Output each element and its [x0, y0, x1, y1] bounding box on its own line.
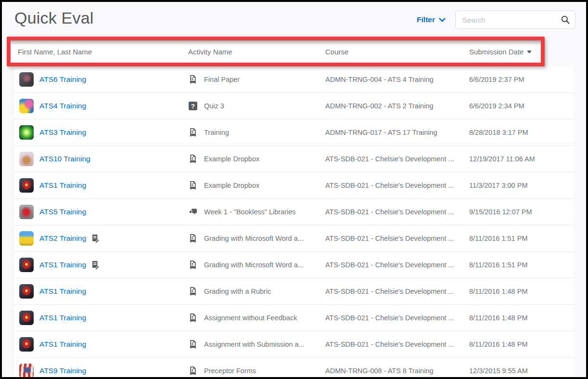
student-link[interactable]: ATS1 Training	[39, 287, 86, 296]
activity-name: Assignment with Submission a...	[204, 340, 305, 348]
column-header-activity[interactable]: Activity Name	[188, 48, 325, 56]
chevron-down-icon	[439, 18, 446, 22]
student-link[interactable]: ATS2 Training	[39, 234, 86, 243]
assignment-icon	[188, 128, 198, 137]
page-title: Quick Eval	[14, 9, 94, 27]
submission-date: 8/11/2016 1:51 PM	[469, 261, 574, 269]
activity-cell: Assignment with Submission a...	[188, 340, 325, 349]
top-bar: Quick Eval Filter	[2, 2, 586, 29]
student-link[interactable]: ATS10 Training	[39, 155, 90, 163]
table-row: ATS10 Training Example Dropbox ATS-SDB-0…	[14, 146, 574, 172]
avatar	[19, 337, 34, 352]
course-name: ATS-SDB-021 - Chelsie's Development ...	[325, 155, 469, 163]
activity-name: Preceptor Forms	[204, 367, 256, 375]
avatar	[19, 231, 34, 246]
submission-date: 12/19/2017 11:06 AM	[469, 155, 574, 163]
quiz-icon: ?	[188, 102, 198, 110]
eval-list: ATS6 Training Final Paper ADMN-TRNG-004 …	[14, 66, 574, 379]
table-row: ATS9 Training Preceptor Forms ADMN-TRNG-…	[14, 358, 574, 379]
column-header-submission-date[interactable]: Submission Date	[469, 48, 535, 56]
assignment-icon	[188, 181, 198, 190]
submission-date: 8/11/2016 1:48 PM	[469, 288, 574, 295]
table-row: ATS1 Training Example Dropbox ATS-SDB-02…	[14, 172, 574, 199]
filter-label: Filter	[417, 15, 435, 24]
table-row: ATS5 Training Week 1 - "Bookless" Librar…	[14, 199, 574, 225]
student-link[interactable]: ATS1 Training	[39, 340, 86, 349]
search-icon[interactable]	[561, 15, 570, 26]
student-cell: ATS1 Training	[14, 178, 188, 193]
course-name: ATS-SDB-021 - Chelsie's Development ...	[325, 314, 469, 322]
assignment-icon	[188, 340, 198, 349]
student-cell: ATS4 Training	[14, 99, 188, 113]
table-row: ATS1 Training Assignment with Submission…	[14, 331, 574, 358]
course-name: ADMN-TRNG-017 - ATS 17 Training	[325, 129, 469, 136]
top-controls: Filter	[417, 11, 575, 29]
draft-saved-icon	[91, 260, 101, 270]
column-header-name[interactable]: First Name, Last Name	[18, 48, 188, 56]
activity-cell: Grading with Microsoft Word a...	[188, 234, 325, 243]
submission-date: 12/3/2015 9:55 AM	[469, 367, 574, 375]
search-box	[455, 11, 575, 29]
student-cell: ATS6 Training	[14, 72, 188, 87]
column-header-course[interactable]: Course	[325, 48, 469, 56]
course-name: ATS-SDB-021 - Chelsie's Development ...	[325, 182, 469, 189]
submission-date: 9/15/2016 12:07 PM	[469, 208, 574, 216]
course-name: ADMN-TRNG-004 - ATS 4 Training	[325, 76, 469, 83]
student-cell: ATS1 Training	[14, 258, 188, 272]
activity-name: Final Paper	[204, 76, 240, 83]
activity-name: Example Dropbox	[204, 182, 259, 189]
table-row: ATS4 Training ? Quiz 3 ADMN-TRNG-002 - A…	[14, 93, 574, 119]
student-cell: ATS5 Training	[14, 205, 188, 219]
course-name: ATS-SDB-021 - Chelsie's Development ...	[325, 288, 469, 295]
activity-cell: Grading with a Rubric	[188, 287, 325, 296]
student-link[interactable]: ATS5 Training	[39, 208, 86, 216]
avatar	[19, 364, 34, 378]
avatar	[19, 99, 34, 113]
avatar	[19, 72, 34, 87]
activity-cell: ? Quiz 3	[188, 102, 325, 110]
activity-cell: Training	[188, 128, 325, 137]
sort-desc-icon	[527, 51, 532, 53]
filter-button[interactable]: Filter	[417, 15, 446, 24]
student-link[interactable]: ATS6 Training	[39, 75, 86, 84]
student-cell: ATS1 Training	[14, 337, 188, 352]
submission-date: 8/11/2016 1:48 PM	[469, 314, 574, 322]
assignment-icon	[188, 75, 198, 84]
course-name: ADMN-TRNG-002 - ATS 2 Training	[325, 102, 469, 110]
student-cell: ATS10 Training	[14, 152, 188, 166]
assignment-icon	[188, 154, 198, 164]
assignment-icon	[188, 234, 198, 243]
activity-cell: Final Paper	[188, 75, 325, 84]
submission-date: 8/28/2018 3:17 PM	[469, 129, 574, 136]
submission-date: 6/6/2019 2:34 PM	[469, 102, 574, 110]
avatar	[19, 258, 34, 272]
student-link[interactable]: ATS9 Training	[39, 366, 86, 375]
avatar	[19, 178, 34, 193]
avatar	[19, 284, 34, 299]
activity-cell: Preceptor Forms	[188, 366, 325, 376]
assignment-icon	[188, 313, 198, 323]
course-name: ADMN-TRNG-008 - ATS 8 Training	[325, 367, 469, 375]
student-link[interactable]: ATS1 Training	[39, 314, 86, 322]
search-input[interactable]	[455, 11, 575, 29]
student-cell: ATS3 Training	[14, 125, 188, 140]
course-name: ATS-SDB-021 - Chelsie's Development ...	[325, 235, 469, 242]
activity-cell: Example Dropbox	[188, 181, 325, 190]
activity-cell: Example Dropbox	[188, 154, 325, 164]
student-link[interactable]: ATS4 Training	[39, 102, 86, 110]
student-link[interactable]: ATS3 Training	[39, 128, 86, 137]
table-row: ATS1 Training Assignment without Feedbac…	[14, 305, 574, 331]
quick-eval-page: Quick Eval Filter First Name, Last Name …	[0, 0, 588, 379]
avatar	[19, 311, 34, 325]
activity-name: Grading with a Rubric	[204, 288, 271, 295]
avatar	[19, 125, 34, 140]
course-name: ATS-SDB-021 - Chelsie's Development ...	[325, 340, 469, 348]
table-row: ATS6 Training Final Paper ADMN-TRNG-004 …	[14, 66, 574, 93]
table-row: ATS1 Training Grading with a Rubric ATS-…	[14, 278, 574, 305]
student-cell: ATS9 Training	[14, 364, 188, 378]
submission-date: 8/11/2016 1:51 PM	[469, 235, 574, 242]
student-cell: ATS2 Training	[14, 231, 188, 246]
activity-cell: Assignment without Feedback	[188, 313, 325, 323]
student-link[interactable]: ATS1 Training	[39, 261, 86, 269]
student-link[interactable]: ATS1 Training	[39, 181, 86, 190]
